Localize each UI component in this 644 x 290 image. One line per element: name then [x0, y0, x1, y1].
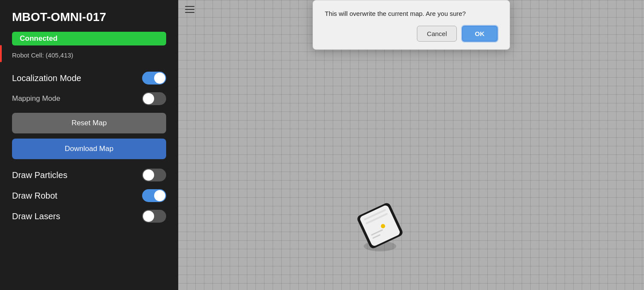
accent-bar — [0, 45, 2, 62]
draw-robot-toggle[interactable] — [142, 189, 166, 202]
localization-mode-label: Localization Mode — [12, 73, 81, 83]
draw-lasers-row: Draw Lasers — [12, 210, 166, 223]
cancel-button[interactable]: Cancel — [417, 26, 457, 42]
draw-robot-label: Draw Robot — [12, 191, 58, 201]
draw-particles-label: Draw Particles — [12, 170, 67, 180]
robot-cell-label: Robot Cell: (405,413) — [12, 51, 166, 59]
draw-lasers-toggle[interactable] — [142, 210, 166, 223]
map-area: This will overwrite the current map. Are… — [178, 0, 644, 290]
dialog-overlay: This will overwrite the current map. Are… — [178, 0, 644, 290]
app-title: MBOT-OMNI-017 — [12, 10, 166, 24]
confirm-dialog: This will overwrite the current map. Are… — [313, 0, 510, 50]
mapping-mode-label: Mapping Mode — [12, 94, 60, 103]
connected-badge: Connected — [12, 32, 166, 45]
dialog-buttons: Cancel OK — [325, 26, 498, 42]
draw-robot-row: Draw Robot — [12, 189, 166, 202]
draw-particles-row: Draw Particles — [12, 169, 166, 181]
dialog-message: This will overwrite the current map. Are… — [325, 10, 498, 17]
mapping-mode-toggle[interactable] — [142, 92, 166, 105]
draw-lasers-label: Draw Lasers — [12, 211, 60, 221]
ok-button[interactable]: OK — [462, 26, 498, 42]
mapping-mode-row: Mapping Mode — [12, 92, 166, 105]
draw-particles-toggle[interactable] — [142, 169, 166, 181]
download-map-button[interactable]: Download Map — [12, 139, 166, 159]
sidebar: MBOT-OMNI-017 Connected Robot Cell: (405… — [0, 0, 178, 290]
localization-mode-toggle[interactable] — [142, 72, 166, 85]
reset-map-button[interactable]: Reset Map — [12, 113, 166, 133]
localization-mode-row: Localization Mode — [12, 72, 166, 85]
